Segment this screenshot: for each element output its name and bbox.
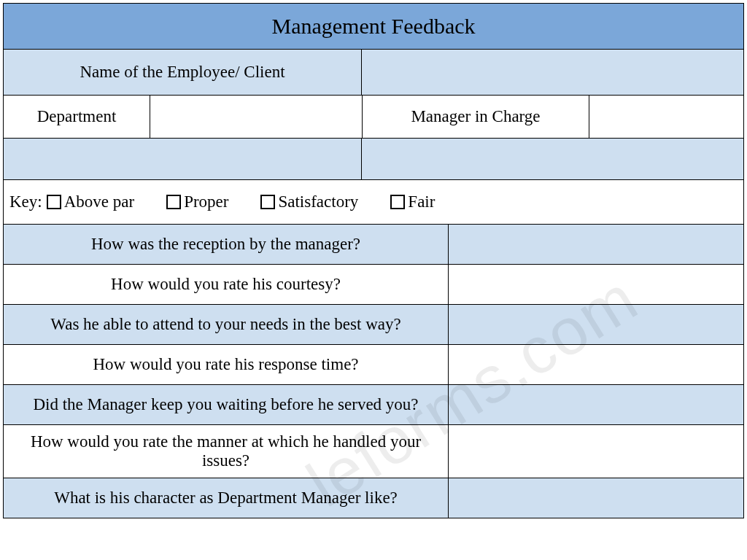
question-input[interactable]	[449, 425, 743, 478]
checkbox-icon[interactable]	[390, 195, 405, 209]
form-container: Management Feedback Name of the Employee…	[3, 3, 744, 518]
key-option-fair[interactable]: Fair	[390, 192, 435, 211]
question-row: What is his character as Department Mana…	[4, 478, 743, 518]
question-row: How would you rate his response time?	[4, 345, 743, 385]
key-option-proper[interactable]: Proper	[166, 192, 228, 211]
spacer-row	[4, 139, 743, 180]
key-option-satisfactory[interactable]: Satisfactory	[260, 192, 358, 211]
name-label: Name of the Employee/ Client	[4, 50, 362, 95]
checkbox-icon[interactable]	[47, 195, 61, 209]
question-text: Did the Manager keep you waiting before …	[4, 385, 449, 424]
question-input[interactable]	[449, 225, 743, 264]
question-row: How would you rate his courtesy?	[4, 265, 743, 305]
key-option-label: Proper	[184, 192, 228, 211]
question-row: Did the Manager keep you waiting before …	[4, 385, 743, 425]
key-option-label: Above par	[64, 192, 134, 211]
department-input[interactable]	[150, 96, 363, 138]
question-input[interactable]	[449, 478, 743, 518]
question-text: How would you rate the manner at which h…	[4, 425, 449, 478]
key-option-label: Fair	[408, 192, 435, 211]
department-label: Department	[4, 96, 150, 138]
manager-label: Manager in Charge	[363, 96, 589, 138]
question-row: How was the reception by the manager?	[4, 225, 743, 265]
question-row: How would you rate the manner at which h…	[4, 425, 743, 478]
manager-input[interactable]	[589, 96, 743, 138]
question-input[interactable]	[449, 385, 743, 424]
question-row: Was he able to attend to your needs in t…	[4, 305, 743, 345]
key-option-label: Satisfactory	[278, 192, 358, 211]
question-input[interactable]	[449, 345, 743, 384]
question-text: How would you rate his courtesy?	[4, 265, 449, 304]
key-option-above-par[interactable]: Above par	[47, 192, 134, 211]
question-text: How would you rate his response time?	[4, 345, 449, 384]
name-row: Name of the Employee/ Client	[4, 50, 743, 96]
question-input[interactable]	[449, 305, 743, 344]
form-title: Management Feedback	[4, 4, 743, 50]
name-input[interactable]	[362, 50, 743, 95]
question-input[interactable]	[449, 265, 743, 304]
question-text: What is his character as Department Mana…	[4, 478, 449, 518]
department-row: Department Manager in Charge	[4, 96, 743, 139]
question-text: Was he able to attend to your needs in t…	[4, 305, 449, 344]
key-label: Key:	[9, 192, 42, 211]
checkbox-icon[interactable]	[260, 195, 275, 209]
key-row: Key: Above par Proper Satisfactory Fair	[4, 180, 743, 225]
question-text: How was the reception by the manager?	[4, 225, 449, 264]
checkbox-icon[interactable]	[166, 195, 181, 209]
